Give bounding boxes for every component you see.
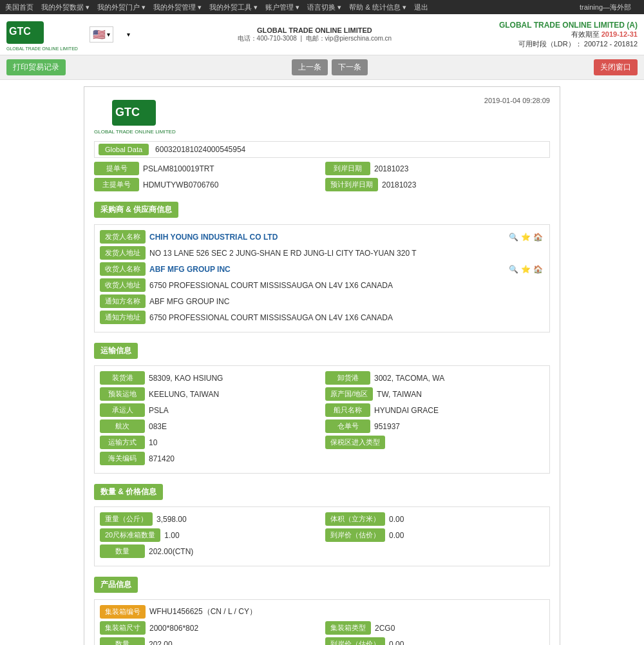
consignee-addr-value: 6750 PROFESSIONAL COURT MISSISSAUGA ON L… [149,281,544,290]
bill-no-col: 提单号 PSLAM8100019TRT [94,162,319,175]
bill-arrival-row: 提单号 PSLAM8100019TRT 到岸日期 20181023 [94,162,550,175]
master-bill-col: 主提单号 HDMUTYWB0706760 [94,178,319,191]
carrier-value: PSLA [149,406,319,415]
qty-price-header: 数量 & 价格信息 [94,484,163,500]
svg-text:GTC: GTC [9,26,31,37]
container-size-type-row: 集装箱尺寸 2000*806*802 集装箱类型 2CG0 [100,621,544,635]
weight-value: 3,598.00 [156,515,319,524]
origin-label: 原产国/地区 [325,387,373,401]
print-button[interactable]: 打印贸易记录 [6,59,66,75]
shipper-name-label: 发货人名称 [100,230,146,244]
unit-price-col: 到岸价（估价） 0.00 [325,528,544,542]
bill-no-label: 提单号 [94,162,139,175]
logo-area: GTC GLOBAL TRADE ONLINE LIMITED 🇺🇸 ▾ ▾ [6,18,130,51]
shipper-star-icon[interactable]: ⭐ [521,233,531,242]
voyage-container-row: 航次 083E 仓单号 951937 [100,419,544,433]
transport-method-value: 10 [149,438,319,447]
notify-name-row: 通知方名称 ABF MFG GROUP INC [100,294,544,308]
buyer-supplier-info: 发货人名称 CHIH YOUNG INDUSTRIAL CO LTD 🔍 ⭐ 🏠… [94,224,550,332]
notify-addr-value: 6750 PROFESSIONAL COURT MISSISSAUGA ON L… [149,313,544,322]
ldr-info: 可用时段（LDR）： 200712 - 201812 [499,39,638,49]
vessel-col: 船只名称 HYUNDAI GRACE [325,403,544,417]
shipper-home-icon[interactable]: 🏠 [533,233,543,242]
buyer-supplier-section: 采购商 & 供应商信息 发货人名称 CHIH YOUNG INDUSTRIAL … [94,197,550,332]
container20-col: 20尺标准箱数量 1.00 [100,528,319,542]
shipper-addr-row: 发货人地址 NO 13 LANE 526 SEC 2 JUNG-SHAN E R… [100,246,544,260]
buyer-supplier-header: 采购商 & 供应商信息 [94,202,178,218]
container-type-col: 集装箱类型 2CG0 [325,621,544,635]
dest-port-label: 卸货港 [325,371,370,385]
load-port-label: 装货港 [100,371,145,385]
bill-no-value: PSLAM8100019TRT [143,164,319,173]
consignee-home-icon[interactable]: 🏠 [533,265,543,274]
carrier-label: 承运人 [100,403,145,417]
global-data-row: Global Data 600320181024000545954 [94,141,550,158]
bonded-col: 保税区进入类型 [325,436,544,449]
nav-tools[interactable]: 我的外贸工具 ▾ [209,3,258,12]
bonded-type-label: 保税区进入类型 [325,436,385,449]
qty-label: 数量 [100,544,145,558]
dest-port-col: 卸货港 3002, TACOMA, WA [325,371,544,385]
document-container: GTC GLOBAL TRADE ONLINE LIMITED 2019-01-… [84,86,560,645]
voyage-col: 航次 083E [100,419,319,433]
container-no2-value: WFHU1456625（CN / L / CY） [149,606,544,617]
qty-row: 数量 202.00(CTN) [100,544,544,558]
nav-help[interactable]: 帮助 & 统计信息 ▾ [349,3,406,12]
transport-section: 运输信息 装货港 58309, KAO HSIUNG 卸货港 3002, TAC… [94,338,550,474]
valid-until: 有效期至 2019-12-31 [499,30,638,39]
container-size-value: 2000*806*802 [149,624,319,633]
nav-language[interactable]: 语言切换 ▾ [307,3,341,12]
port-row: 装货港 58309, KAO HSIUNG 卸货港 3002, TACOMA, … [100,371,544,385]
consignee-star-icon[interactable]: ⭐ [521,265,531,274]
nav-logout[interactable]: 退出 [414,3,428,12]
master-bill-value: HDMUTYWB0706760 [143,180,319,189]
qty2-unitprice2-row: 数量 202.00 到岸价（估价） 0.00 [100,637,544,645]
dropdown-arrow-icon: ▾ [107,31,110,38]
doc-datetime: 2019-01-04 09:28:09 [484,97,550,104]
nav-account[interactable]: 账户管理 ▾ [265,3,299,12]
qty-value: 202.00(CTN) [149,547,544,556]
consignee-name-row: 收货人名称 ABF MFG GROUP INC 🔍 ⭐ 🏠 [100,262,544,276]
container-no2-label: 集装箱编号 [100,605,146,619]
dest-port-value: 3002, TACOMA, WA [374,374,544,383]
master-bill-label: 主提单号 [94,178,139,191]
container-no2-row: 集装箱编号 WFHU1456625（CN / L / CY） [100,605,544,619]
shipper-search-icon[interactable]: 🔍 [509,233,518,242]
notify-name-label: 通知方名称 [100,294,146,308]
language-selector[interactable]: 🇺🇸 ▾ [90,26,113,43]
unit-price2-value: 0.00 [389,640,544,646]
nav-home[interactable]: 美国首页 [5,3,33,12]
container-type-value: 2CG0 [375,624,544,633]
close-button[interactable]: 关闭窗口 [594,59,638,75]
doc-logo: GTC GLOBAL TRADE ONLINE LIMITED [94,97,176,135]
container20-unitprice-row: 20尺标准箱数量 1.00 到岸价（估价） 0.00 [100,528,544,542]
load-port-col: 装货港 58309, KAO HSIUNG [100,371,319,385]
qty2-label: 数量 [100,637,145,645]
volume-col: 体积（立方米） 0.00 [325,512,544,526]
nav-portal[interactable]: 我的外贸门户 ▾ [97,3,146,12]
consignee-name-value: ABF MFG GROUP INC [149,265,507,274]
container20-value: 1.00 [164,531,319,540]
carrier-vessel-row: 承运人 PSLA 船只名称 HYUNDAI GRACE [100,403,544,417]
nav-manage[interactable]: 我的外贸管理 ▾ [153,3,202,12]
hs-code-row: 海关编码 871420 [100,452,544,465]
weight-col: 重量（公斤） 3,598.00 [100,512,319,526]
doc-header: GTC GLOBAL TRADE ONLINE LIMITED 2019-01-… [94,97,550,135]
unit-price-label: 到岸价（估价） [325,528,385,542]
top-navigation: 美国首页 我的外贸数据 ▾ 我的外贸门户 ▾ 我的外贸管理 ▾ 我的外贸工具 ▾… [0,0,644,14]
arrival-date-label: 到岸日期 [325,162,370,175]
product-section: 产品信息 集装箱编号 WFHU1456625（CN / L / CY） 集装箱尺… [94,572,550,645]
consignee-search-icon[interactable]: 🔍 [509,265,518,274]
voyage-value: 083E [149,422,319,431]
voyage-label: 航次 [100,419,145,433]
next-button[interactable]: 下一条 [332,59,368,75]
prev-button[interactable]: 上一条 [292,59,328,75]
shipper-name-value: CHIH YOUNG INDUSTRIAL CO LTD [149,233,507,242]
unit-price2-col: 到岸价（估价） 0.00 [325,637,544,645]
container-type-label: 集装箱类型 [325,621,371,635]
global-data-value: 600320181024000545954 [155,145,245,154]
svg-text:GTC: GTC [115,106,140,119]
nav-mydata[interactable]: 我的外贸数据 ▾ [41,3,90,12]
logo-icon: GTC [6,18,45,47]
flag-icon: 🇺🇸 [93,28,106,41]
